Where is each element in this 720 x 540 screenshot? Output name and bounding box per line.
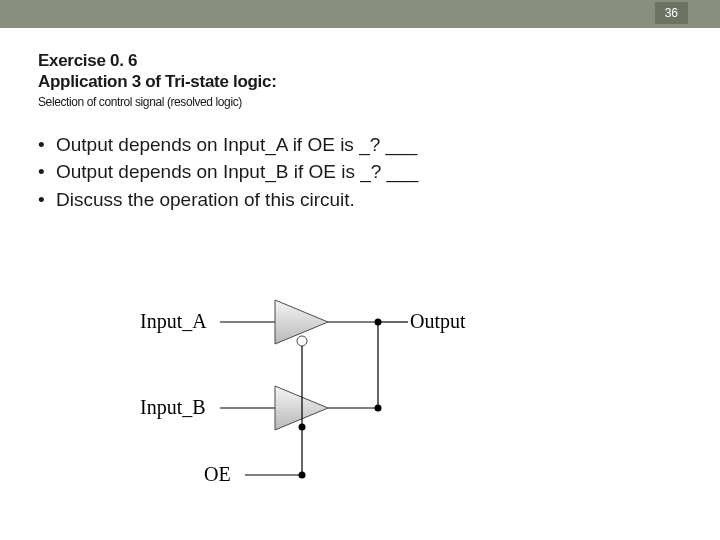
bullet-item: • Output depends on Input_A if OE is _? …	[38, 131, 682, 159]
bullet-text: Output depends on Input_B if OE is _? __…	[56, 158, 418, 186]
exercise-subtitle: Selection of control signal (resolved lo…	[38, 95, 682, 109]
svg-point-2	[297, 336, 307, 346]
slide-content: Exercise 0. 6 Application 3 of Tri-state…	[0, 28, 720, 213]
exercise-title-line1: Exercise 0. 6	[38, 50, 682, 71]
exercise-title-line2: Application 3 of Tri-state logic:	[38, 71, 682, 92]
bullet-dot-icon: •	[38, 158, 56, 186]
slide-header-bar: 36	[0, 0, 720, 28]
bullet-text: Output depends on Input_A if OE is _? __…	[56, 131, 417, 159]
bullet-item: • Discuss the operation of this circuit.	[38, 186, 682, 214]
label-input-a: Input_A	[140, 310, 207, 333]
bullet-dot-icon: •	[38, 186, 56, 214]
bullet-text: Discuss the operation of this circuit.	[56, 186, 355, 214]
label-output: Output	[410, 310, 466, 333]
page-number-badge: 36	[655, 2, 688, 24]
bullet-item: • Output depends on Input_B if OE is _? …	[38, 158, 682, 186]
page-number: 36	[665, 6, 678, 20]
label-oe: OE	[204, 463, 231, 486]
label-input-b: Input_B	[140, 396, 206, 419]
circuit-diagram: Input_A Input_B OE Output	[140, 290, 560, 520]
bullet-dot-icon: •	[38, 131, 56, 159]
bullet-list: • Output depends on Input_A if OE is _? …	[38, 131, 682, 214]
